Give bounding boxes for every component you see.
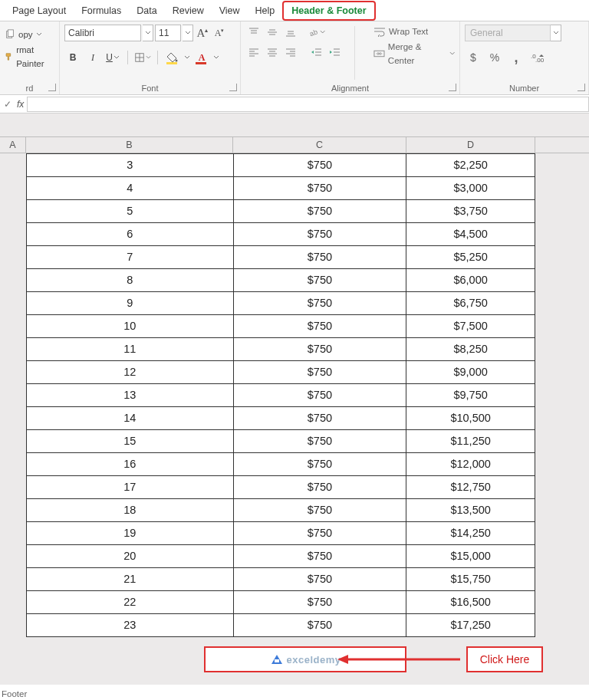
increase-indent-button[interactable] — [327, 44, 344, 60]
tab-review[interactable]: Review — [165, 1, 212, 21]
cell[interactable]: 16 — [27, 453, 234, 476]
cell[interactable]: $4,500 — [406, 223, 535, 246]
font-size-caret[interactable] — [183, 25, 193, 41]
cell[interactable]: $750 — [234, 591, 407, 614]
cell[interactable]: $750 — [234, 476, 407, 499]
number-dialog-launcher[interactable] — [577, 84, 585, 91]
decrease-font-button[interactable]: A▾ — [212, 25, 227, 41]
number-format-caret[interactable] — [551, 25, 561, 41]
cell[interactable]: $750 — [234, 614, 407, 637]
orientation-button[interactable]: ab — [308, 25, 325, 40]
tab-header-footer[interactable]: Header & Footer — [282, 1, 375, 21]
font-dialog-launcher[interactable] — [229, 84, 237, 91]
cell[interactable]: $750 — [234, 499, 407, 522]
col-header-a[interactable]: A — [0, 137, 26, 153]
cell[interactable]: $750 — [234, 407, 407, 430]
increase-font-button[interactable]: A▴ — [195, 25, 210, 41]
cell[interactable]: 20 — [27, 545, 234, 568]
cell[interactable]: 4 — [27, 177, 234, 200]
cell[interactable]: 12 — [27, 361, 234, 384]
accounting-format-button[interactable]: $ — [465, 49, 482, 66]
decrease-indent-button[interactable] — [308, 44, 325, 60]
format-painter-button[interactable]: rmat Painter — [5, 43, 54, 71]
cell[interactable]: $750 — [234, 430, 407, 453]
chevron-down-icon[interactable] — [213, 54, 219, 61]
col-header-c[interactable]: C — [233, 137, 406, 153]
chevron-down-icon[interactable] — [184, 54, 190, 61]
alignment-dialog-launcher[interactable] — [449, 84, 456, 91]
cell[interactable]: 13 — [27, 384, 234, 407]
tab-help[interactable]: Help — [248, 1, 283, 21]
cell[interactable]: 6 — [27, 223, 234, 246]
col-header-d[interactable]: D — [406, 137, 535, 153]
cell[interactable]: $2,250 — [406, 154, 535, 177]
worksheet-grid[interactable]: 3$750$2,2504$750$3,0005$750$3,7506$750$4… — [26, 153, 535, 637]
cell[interactable]: $9,750 — [406, 384, 535, 407]
cell[interactable]: $15,000 — [406, 545, 535, 568]
cell[interactable]: $16,500 — [406, 591, 535, 614]
cell[interactable]: $750 — [234, 384, 407, 407]
italic-button[interactable]: I — [84, 49, 101, 66]
cell[interactable]: $13,500 — [406, 499, 535, 522]
cell[interactable]: $6,000 — [406, 269, 535, 292]
number-format-select[interactable]: General — [465, 25, 551, 41]
cell[interactable]: $12,000 — [406, 453, 535, 476]
cell[interactable]: 11 — [27, 338, 234, 361]
cell[interactable]: $750 — [234, 545, 407, 568]
cell[interactable]: 10 — [27, 315, 234, 338]
cell[interactable]: 22 — [27, 591, 234, 614]
cell[interactable]: $750 — [234, 361, 407, 384]
tab-data[interactable]: Data — [129, 1, 164, 21]
cell[interactable]: $750 — [234, 154, 407, 177]
cell[interactable]: 21 — [27, 568, 234, 591]
copy-button[interactable]: opy — [5, 28, 54, 41]
tab-view[interactable]: View — [212, 1, 248, 21]
cell[interactable]: 14 — [27, 407, 234, 430]
cell[interactable]: $3,000 — [406, 177, 535, 200]
cell[interactable]: $9,000 — [406, 361, 535, 384]
clipboard-dialog-launcher[interactable] — [48, 84, 56, 91]
fill-color-button[interactable] — [164, 49, 181, 66]
comma-style-button[interactable]: , — [508, 49, 525, 66]
cell[interactable]: $3,750 — [406, 200, 535, 223]
fx-label[interactable]: fx — [15, 99, 27, 110]
merge-center-button[interactable]: Merge & Center — [373, 40, 455, 67]
cell[interactable]: 15 — [27, 430, 234, 453]
cell[interactable]: $12,750 — [406, 476, 535, 499]
cell[interactable]: $750 — [234, 292, 407, 315]
font-color-button[interactable]: A — [193, 49, 210, 66]
cell[interactable]: $6,750 — [406, 292, 535, 315]
cell[interactable]: $10,500 — [406, 407, 535, 430]
cell[interactable]: $750 — [234, 200, 407, 223]
cell[interactable]: $750 — [234, 223, 407, 246]
cell[interactable]: $750 — [234, 453, 407, 476]
borders-button[interactable] — [134, 49, 151, 66]
align-top-button[interactable] — [245, 25, 262, 40]
align-right-button[interactable] — [282, 44, 299, 60]
percent-button[interactable]: % — [486, 49, 503, 66]
tab-page-layout[interactable]: Page Layout — [5, 1, 74, 21]
enter-checkmark[interactable]: ✓ — [0, 99, 15, 110]
cell[interactable]: $14,250 — [406, 522, 535, 545]
cell[interactable]: $750 — [234, 522, 407, 545]
cell[interactable]: 19 — [27, 522, 234, 545]
font-name-caret[interactable] — [143, 25, 153, 41]
cell[interactable]: $750 — [234, 269, 407, 292]
cell[interactable]: $5,250 — [406, 246, 535, 269]
cell[interactable]: $750 — [234, 568, 407, 591]
bold-button[interactable]: B — [64, 49, 81, 66]
col-header-b[interactable]: B — [26, 137, 233, 153]
cell[interactable]: $15,750 — [406, 568, 535, 591]
wrap-text-button[interactable]: Wrap Text — [373, 25, 455, 38]
cell[interactable]: $750 — [234, 338, 407, 361]
align-left-button[interactable] — [245, 44, 262, 60]
cell[interactable]: 8 — [27, 269, 234, 292]
formula-input[interactable] — [27, 97, 589, 112]
font-size-select[interactable]: 11 — [155, 25, 181, 41]
cell[interactable]: 18 — [27, 499, 234, 522]
cell[interactable]: $11,250 — [406, 430, 535, 453]
cell[interactable]: 9 — [27, 292, 234, 315]
cell[interactable]: 5 — [27, 200, 234, 223]
cell[interactable]: $750 — [234, 315, 407, 338]
tab-formulas[interactable]: Formulas — [74, 1, 129, 21]
